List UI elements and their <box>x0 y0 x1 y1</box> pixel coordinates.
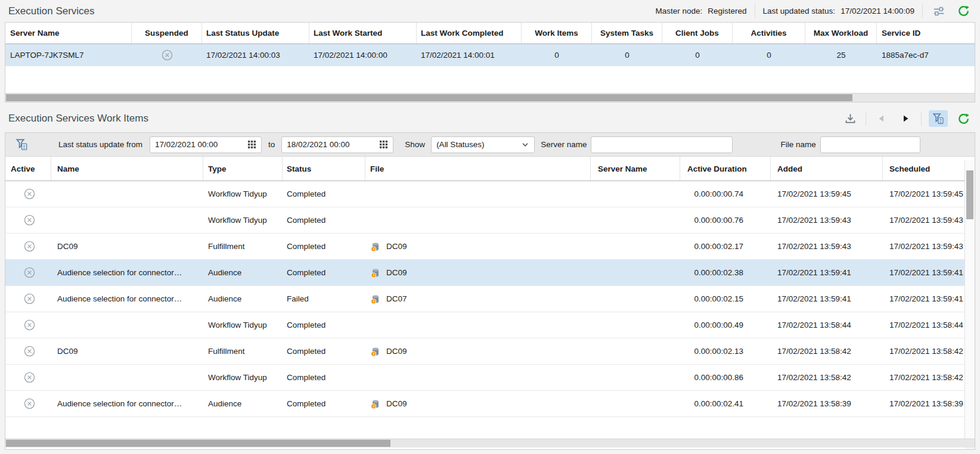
active-duration-cell: 0.00:00:00.76 <box>680 207 771 233</box>
status-cell: Completed <box>283 338 365 364</box>
server-name-cell <box>591 312 680 338</box>
column-header[interactable]: Last Work Started <box>309 23 417 43</box>
column-header[interactable]: Type <box>203 157 283 181</box>
cancel-circle-icon[interactable] <box>23 188 36 200</box>
table-row[interactable]: Workflow Tidyup Completed 0.00:00:00.74 … <box>5 181 975 207</box>
column-header[interactable]: Last Status Update <box>202 23 309 43</box>
column-header[interactable]: System Tasks <box>592 23 662 43</box>
client-jobs-cell: 0 <box>662 44 733 66</box>
column-header[interactable]: Server Name <box>591 157 680 181</box>
date-to-label: to <box>268 140 275 149</box>
vertical-scrollbar[interactable] <box>965 160 975 439</box>
divider <box>922 4 923 18</box>
column-header[interactable]: Client Jobs <box>662 23 733 43</box>
column-header[interactable]: Status <box>283 157 365 181</box>
column-header[interactable]: Max Workload <box>805 23 877 43</box>
master-node-status: Master node: Registered <box>655 7 746 15</box>
max-workload-cell: 25 <box>805 44 877 66</box>
date-from-label: Last status update from <box>58 140 142 149</box>
cancel-circle-icon[interactable] <box>23 371 36 384</box>
active-cell <box>5 260 51 285</box>
active-duration-cell: 0.00:00:00.74 <box>680 181 771 207</box>
server-name-input[interactable] <box>591 136 733 153</box>
database-icon <box>370 268 381 278</box>
active-duration-cell: 0.00:00:02.17 <box>680 234 771 259</box>
table-row[interactable]: Audience selection for connector… Audien… <box>5 391 975 417</box>
work-items-header: Execution Services Work Items <box>0 106 980 131</box>
active-duration-cell: 0.00:00:00.49 <box>680 312 771 338</box>
cancel-circle-icon[interactable] <box>23 319 36 331</box>
scrollbar-thumb[interactable] <box>6 440 390 447</box>
cancel-circle-icon[interactable] <box>23 240 36 253</box>
scheduled-cell: 17/02/2021 13:59:43 <box>883 207 975 233</box>
column-header[interactable]: Name <box>51 157 203 181</box>
page-title: Execution Services <box>8 5 95 17</box>
column-header[interactable]: Active <box>5 157 51 181</box>
next-page-icon[interactable] <box>897 111 914 126</box>
name-cell: DC09 <box>51 338 203 364</box>
column-header[interactable]: Suspended <box>132 23 202 43</box>
calendar-icon[interactable] <box>379 140 388 149</box>
active-cell <box>5 391 51 416</box>
server-name-cell <box>591 391 680 416</box>
show-label: Show <box>405 140 425 149</box>
master-node-value: Registered <box>708 7 746 15</box>
scrollbar-thumb[interactable] <box>966 170 973 219</box>
column-header[interactable]: Server Name <box>5 23 132 43</box>
active-duration-cell: 0.00:00:00.86 <box>680 365 771 390</box>
name-cell <box>51 207 203 233</box>
file-name-input[interactable] <box>820 136 920 153</box>
column-header[interactable]: Activities <box>733 23 805 43</box>
activities-cell: 0 <box>733 44 805 66</box>
filter-toggle-icon[interactable] <box>929 110 948 127</box>
cancel-circle-icon[interactable] <box>23 266 36 279</box>
work-items-panel: Last status update from 17/02/2021 00:00… <box>5 132 975 450</box>
column-header[interactable]: Last Work Completed <box>417 23 522 43</box>
name-cell: Audience selection for connector… <box>51 260 203 285</box>
table-row[interactable]: Audience selection for connector… Audien… <box>5 286 975 312</box>
added-cell: 17/02/2021 13:58:44 <box>771 312 883 338</box>
column-header[interactable]: Work Items <box>522 23 592 43</box>
date-from-input[interactable]: 17/02/2021 00:00 <box>150 136 262 153</box>
table-row[interactable]: DC09 Fulfillment Completed DC09 0.00:00:… <box>5 338 975 365</box>
server-name-cell <box>591 181 680 207</box>
column-header[interactable]: Active Duration <box>680 157 771 181</box>
type-cell: Workflow Tidyup <box>203 312 283 338</box>
column-header[interactable]: Service ID <box>877 23 975 43</box>
cancel-circle-icon[interactable] <box>23 345 36 357</box>
calendar-icon[interactable] <box>247 140 256 149</box>
last-work-started-cell: 17/02/2021 14:00:00 <box>309 44 417 66</box>
cancel-circle-icon[interactable] <box>23 293 36 305</box>
refresh-icon[interactable] <box>955 4 972 19</box>
table-row[interactable]: LAPTOP-7JK7SML7 17/02/2021 14:00:03 17/0… <box>5 44 975 66</box>
settings-sliders-icon[interactable] <box>931 4 947 19</box>
file-cell <box>365 207 591 233</box>
table-row[interactable]: DC09 Fulfillment Completed DC09 0.00:00:… <box>5 234 975 260</box>
previous-page-icon[interactable] <box>873 111 890 126</box>
last-updated-status: Last updated status: 17/02/2021 14:00:09 <box>763 7 914 15</box>
horizontal-scrollbar[interactable] <box>5 93 975 102</box>
table-row-selected[interactable]: Audience selection for connector… Audien… <box>5 260 975 286</box>
filter-bar: Last status update from 17/02/2021 00:00… <box>5 133 975 157</box>
download-icon[interactable] <box>842 111 858 126</box>
table-row[interactable]: Workflow Tidyup Completed 0.00:00:00.76 … <box>5 207 975 234</box>
column-header[interactable]: Scheduled <box>883 157 975 181</box>
suspended-cell <box>132 44 202 66</box>
refresh-icon[interactable] <box>955 111 972 126</box>
file-cell <box>365 181 591 207</box>
date-to-input[interactable]: 18/02/2021 00:00 <box>281 136 393 153</box>
column-header[interactable]: File <box>365 157 591 181</box>
active-cell <box>5 207 51 233</box>
added-cell: 17/02/2021 13:59:43 <box>771 234 883 259</box>
scrollbar-thumb[interactable] <box>6 94 852 101</box>
status-dropdown[interactable]: (All Statuses) <box>431 136 535 153</box>
scheduled-cell: 17/02/2021 13:59:41 <box>883 260 975 285</box>
type-cell: Workflow Tidyup <box>203 207 283 233</box>
cancel-circle-icon[interactable] <box>23 214 36 226</box>
table-row[interactable]: Workflow Tidyup Completed 0.00:00:00.49 … <box>5 312 975 338</box>
cancel-circle-icon[interactable] <box>23 397 36 410</box>
execution-services-table: Server Name Suspended Last Status Update… <box>5 22 975 102</box>
horizontal-scrollbar[interactable] <box>5 439 975 447</box>
column-header[interactable]: Added <box>771 157 883 181</box>
table-row[interactable]: Workflow Tidyup Completed 0.00:00:00.86 … <box>5 365 975 391</box>
